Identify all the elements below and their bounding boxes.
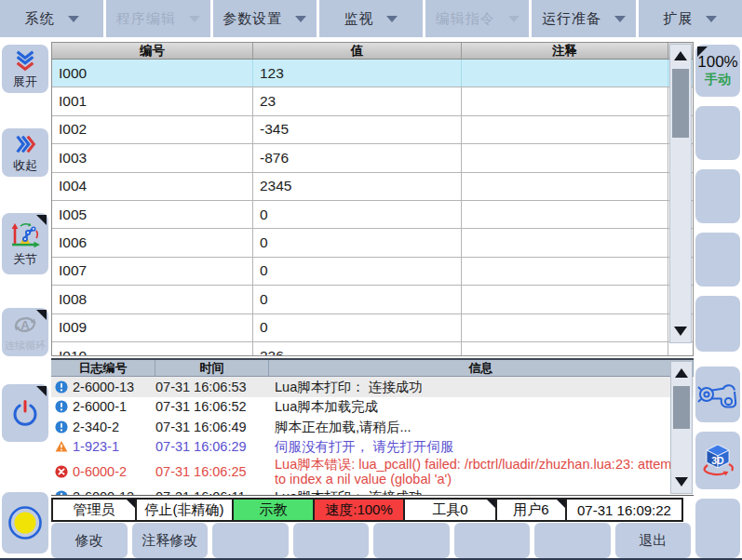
robot-hand-icon [697,377,738,412]
modify-button[interactable]: 修改 [51,523,128,558]
empty-function-button[interactable] [212,523,289,558]
chevrons-right-icon [13,132,37,156]
corner-flag-icon [697,47,708,57]
log-column-message: 信息 [269,360,694,376]
var-value-cell: -345 [253,116,462,143]
empty-function-button[interactable] [293,523,370,558]
log-code-cell: 2-6000-1 [73,399,127,414]
3d-view-icon: 3D [699,442,736,479]
scroll-down-icon[interactable] [675,477,688,487]
empty-side-button[interactable] [695,296,740,352]
table-row[interactable]: I008 0 [52,286,693,313]
collapse-label: 收起 [13,157,37,174]
log-code-cell: 0-6000-2 [73,464,127,479]
teach-tool-button[interactable] [695,367,740,422]
log-row[interactable]: 2-340-2 07-31 16:06:49 脚本正在加载,请稍后... [51,417,694,437]
empty-side-button[interactable] [695,233,740,287]
button-label: 退出 [639,532,667,550]
scroll-up-icon[interactable] [674,51,687,60]
chevron-down-icon [508,16,519,22]
status-run-state-label: 停止(非精确) [145,501,224,519]
table-row[interactable]: I001 23 [52,87,693,115]
joint-coordinate-button[interactable]: 关节 [2,213,48,274]
status-user-frame-label: 用户6 [513,501,548,519]
log-row[interactable]: 0-6000-2 07-31 16:06:25 Lua脚本错误: lua_pca… [51,457,694,487]
scroll-thumb[interactable] [672,69,689,138]
empty-side-button[interactable] [695,106,740,160]
var-comment-cell [462,258,668,285]
var-id-cell: I001 [52,87,253,114]
table-row[interactable]: I006 0 [52,229,693,257]
view3d-label: 3D [711,455,724,466]
chevron-down-icon [386,16,398,22]
exit-button[interactable]: 退出 [615,523,692,558]
menu-item-label: 编辑指令 [436,10,495,28]
view-3d-button[interactable]: 3D [695,432,740,489]
servo-status-lamp[interactable] [2,492,48,553]
status-tool[interactable]: 工具0 [403,498,497,522]
expand-button[interactable]: 展开 [2,45,48,93]
menu-item-extension[interactable]: 扩展 [639,0,742,37]
log-row[interactable]: 2-6000-1 07-31 16:06:52 Lua脚本加载完成 [51,397,694,418]
info-icon [55,400,68,413]
status-tool-label: 工具0 [432,501,467,519]
var-value-cell: 0 [253,258,462,285]
log-row[interactable]: 2-6000-13 07-31 16:06:53 Lua脚本打印： 连接成功 [51,377,694,397]
status-speed-label: 速度:100% [325,501,393,519]
menu-item-system[interactable]: 系统 [0,0,103,37]
menu-item-label: 监视 [344,10,373,28]
var-id-cell: I005 [52,201,253,228]
menu-item-program-edit: 程序编辑 [106,0,209,37]
log-message-cell: Lua脚本加载完成 [269,399,694,414]
table-row[interactable]: I003 -876 [52,144,693,172]
log-row[interactable]: 2-6000-13 07-31 16:06:11 Lua脚本打印： 连接成功 [51,487,694,496]
menu-item-run-prepare[interactable]: 运行准备 [532,0,635,37]
var-id-cell: I003 [52,144,253,171]
menu-bar: 系统 程序编辑 参数设置 监视 编辑指令 运行准备 扩展 [0,0,742,37]
log-scrollbar[interactable] [670,361,693,494]
log-code-cell: 2-6000-13 [73,380,134,394]
status-role[interactable]: 管理员 [51,498,137,522]
table-row[interactable]: I007 0 [52,258,693,286]
column-header-comment: 注释 [462,43,668,59]
table-row[interactable]: I010 236 [52,342,693,356]
menu-item-monitor[interactable]: 监视 [319,0,423,37]
speed-mode-button[interactable]: 100% 手动 [695,45,740,97]
comment-modify-button[interactable]: 注释修改 [132,523,209,558]
var-value-cell: 123 [253,60,462,87]
table-row[interactable]: I009 0 [52,314,693,342]
scroll-down-icon[interactable] [674,327,687,336]
var-comment-cell [462,60,668,87]
scroll-up-icon[interactable] [675,368,688,378]
status-user-frame[interactable]: 用户6 [495,498,567,522]
empty-function-button[interactable] [454,523,531,558]
servo-power-button[interactable] [2,384,48,442]
corner-flag-icon [127,500,135,508]
menu-item-label: 系统 [25,10,55,28]
info-icon [55,490,68,496]
var-table-scrollbar[interactable] [669,44,692,343]
button-label: 注释修改 [142,532,197,550]
empty-function-button[interactable] [373,523,450,558]
collapse-button[interactable]: 收起 [2,128,48,177]
scroll-thumb[interactable] [673,386,690,429]
empty-side-button[interactable] [695,169,740,223]
table-row[interactable]: I000 123 [52,60,693,87]
cycle-label: 连续循环 [5,339,46,353]
column-header-value: 值 [253,43,462,59]
log-header: 日志编号 时间 信息 [51,360,694,377]
status-role-label: 管理员 [74,501,115,519]
var-comment-cell [462,87,668,114]
table-row[interactable]: I005 0 [52,201,693,229]
empty-side-button[interactable] [695,499,740,558]
error-icon [55,465,68,478]
log-row[interactable]: 1-923-1 07-31 16:06:29 伺服没有打开， 请先打开伺服 [51,437,694,458]
menu-item-parameter-settings[interactable]: 参数设置 [213,0,317,37]
empty-function-button[interactable] [534,523,611,558]
table-row[interactable]: I004 2345 [52,173,693,201]
corner-flag-icon [36,215,47,225]
corner-flag-icon [487,500,495,508]
chevrons-down-icon [13,48,37,73]
menu-item-label: 程序编辑 [116,10,176,28]
table-row[interactable]: I002 -345 [52,116,693,144]
